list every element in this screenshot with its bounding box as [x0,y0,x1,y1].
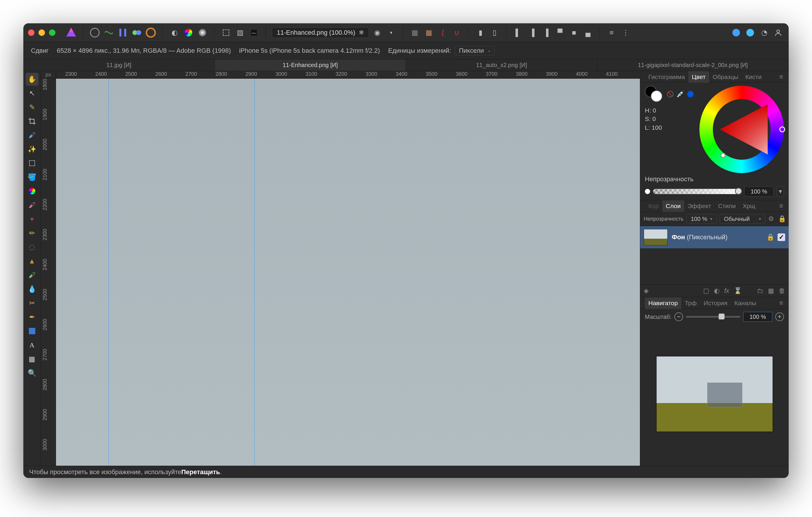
retouch-tool-icon[interactable]: 🖌 [26,269,38,281]
panel-menu-icon[interactable]: ≡ [779,299,786,307]
layer-visibility-checkbox[interactable]: ✓ [778,234,785,241]
document-tab[interactable]: 11_auto_x2.png [И] [406,59,597,71]
persona-export-icon[interactable] [145,27,156,38]
adjustment-icon[interactable]: ◐ [714,287,720,295]
snap-toggle-icon[interactable]: ⟅ [437,27,448,38]
tab-brushes[interactable]: Кисти [742,71,765,83]
live-filter-drop-icon[interactable]: ⌛ [734,287,742,295]
dodge-tool-icon[interactable]: ✂ [26,297,38,309]
align-top-icon[interactable]: ▀ [554,27,566,38]
text-tool-icon[interactable]: A [26,339,38,352]
mesh-warp-tool-icon[interactable]: ▦ [26,353,38,365]
adjust-invert-icon[interactable]: ◐ [169,27,180,38]
persona-develop-icon[interactable] [117,27,128,38]
zoom-input[interactable]: 100 % [743,312,772,322]
hue-cursor-icon[interactable] [779,126,785,132]
tab-history[interactable]: История [700,297,731,309]
crop-tool-icon[interactable] [26,115,38,128]
shape-rect-tool-icon[interactable] [26,325,38,337]
units-dropdown[interactable]: Пиксели [455,46,495,55]
color-wheel[interactable] [699,86,784,173]
opacity-input[interactable]: 100 % [744,186,774,196]
tab-styles[interactable]: Стили [715,200,740,212]
guide-vertical[interactable] [109,79,109,466]
close-window-button[interactable] [28,29,34,36]
paint-brush-tool-icon[interactable]: 🖌 [26,129,38,142]
selection-brush-tool-icon[interactable]: ✎ [26,101,38,114]
color-swatches[interactable] [645,86,664,102]
lock-icon[interactable]: 🔒 [778,215,785,223]
persona-liquify-icon[interactable] [103,27,115,38]
assist-c-icon[interactable]: ◔ [758,27,770,38]
tab-adjustments[interactable]: Кор [645,200,662,212]
hand-tool-icon[interactable]: ✋ [26,73,38,86]
tab-stock[interactable]: Хрщ [740,200,759,212]
pen-tool-icon[interactable]: ✒ [26,311,38,324]
smudge-tool-icon[interactable]: 💧 [26,283,38,296]
opacity-dropdown-icon[interactable]: ▾ [776,186,784,196]
align-mid-icon[interactable]: ■ [568,27,580,38]
zoom-slider[interactable] [686,316,740,318]
zoom-in-button[interactable]: + [775,312,784,321]
paint-mixer-tool-icon[interactable]: 🖌 [26,199,38,212]
quick-mask-icon[interactable]: ▨ [234,27,246,38]
document-tab[interactable]: 11-gigapixel-standard-scale-2_00x.png [И… [597,59,789,71]
inpaint-tool-icon[interactable]: ▲ [26,255,38,268]
pencil-tool-icon[interactable]: ✏ [26,227,38,240]
tab-effects[interactable]: Эффект [684,200,715,212]
tab-histogram[interactable]: Гистограмма [645,71,688,83]
magnet-icon[interactable]: ∪ [451,27,463,38]
blend-ranges-icon[interactable]: ◈ [644,287,649,295]
layer-lock-icon[interactable]: 🔒 [766,234,774,241]
grid-a-icon[interactable]: ▦ [409,27,420,38]
tab-navigator[interactable]: Навигатор [645,297,682,309]
clone-tool-icon[interactable]: ⌖ [26,213,38,225]
assist-a-icon[interactable] [730,27,742,38]
distribute-h-icon[interactable]: ≡ [606,27,617,38]
delete-layer-icon[interactable]: 🗑 [779,287,785,295]
align-bottom-icon[interactable]: ▄ [582,27,594,38]
persona-tone-icon[interactable] [131,27,143,38]
tab-color[interactable]: Цвет [688,71,709,83]
marquee-tool-icon[interactable] [26,157,38,170]
document-tab[interactable]: 11.jpg [И] [23,59,215,71]
zoom-window-button[interactable] [49,29,55,36]
group-icon[interactable]: 🗀 [757,287,763,295]
add-layer-icon[interactable]: ▦ [768,287,774,295]
ruler-vertical[interactable]: 1800190020002100220023002400250026002700… [41,79,56,466]
tab-channels[interactable]: Каналы [731,297,760,309]
layer-row[interactable]: Фон (Пиксельный) 🔒 ✓ [640,226,789,248]
ruler-horizontal[interactable]: 2300240025002600270028002900300031003200… [56,71,640,79]
tab-layers[interactable]: Слои [662,200,684,212]
align-center-icon[interactable]: ▐ [526,27,538,38]
no-color-icon[interactable] [667,91,673,97]
layer-opacity-input[interactable]: 100 %▾ [686,214,717,223]
slider-knob-icon[interactable] [719,313,725,320]
document-tab[interactable]: 11-Enhanced.png [И] [215,59,406,71]
grid-b-icon[interactable]: ▦ [423,27,435,38]
tab-transform[interactable]: Трф [682,297,700,309]
eyedropper-icon[interactable]: 💉 [676,90,684,98]
zoom-out-button[interactable]: − [674,312,683,321]
opacity-slider[interactable] [653,189,742,194]
arrange-forward-icon[interactable]: ▯ [489,27,500,38]
view-dropdown-icon[interactable]: ▼ [385,27,397,38]
minimize-window-button[interactable] [38,29,45,36]
view-darkbg-icon[interactable]: ◉ [371,27,383,38]
guide-vertical[interactable] [254,79,255,466]
sl-cursor-icon[interactable] [720,153,726,158]
align-right-icon[interactable]: ▐ [540,27,552,38]
wand-tool-icon[interactable]: ✨ [26,143,38,156]
flood-fill-tool-icon[interactable]: 🪣 [26,171,38,184]
canvas-viewport[interactable] [56,79,640,466]
fx-icon[interactable]: fx [724,287,729,295]
persona-photo-icon[interactable] [89,27,100,38]
gear-icon[interactable]: ⚙ [768,215,775,223]
mask-icon[interactable]: ▢ [703,287,709,295]
panel-menu-icon[interactable]: ≡ [779,202,786,210]
refine-icon[interactable] [248,27,260,38]
navigator-viewport-rect[interactable] [707,383,742,407]
adjust-hsl-icon[interactable] [182,27,194,38]
zoom-blur-tool-icon[interactable]: ◌ [26,241,38,253]
account-icon[interactable] [772,27,784,38]
